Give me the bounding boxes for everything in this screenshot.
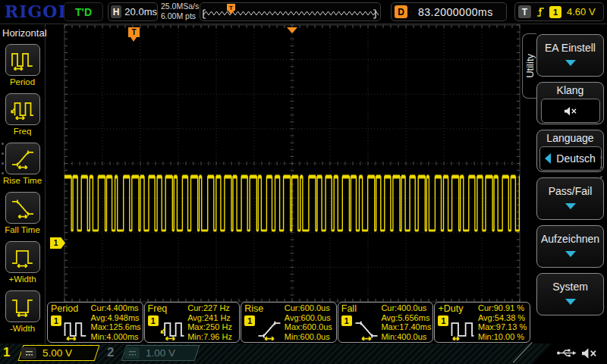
measurement-panel-rise[interactable]: Rise 1 Cur:600.0us Avg:600.0us Max:600.0… [241,302,337,343]
meas-max: Max:600.0us [285,322,335,332]
menu-item-plus-width[interactable]: +Width [0,241,45,284]
menu-button-system[interactable]: System [536,273,604,315]
page-indicator-dot [600,166,602,168]
channel1-scale: 5.00 V [42,347,72,359]
menu-button-pass-fail[interactable]: Pass/Fail [536,177,604,220]
rise-time-icon [254,318,285,340]
delay-offset-box[interactable]: D 83.2000000ms [391,2,507,21]
measurement-panel-duty[interactable]: +Duty 1 Cur:90.91 % Avg:54.38 % Max:97.1… [434,302,530,343]
source-badge: 1 [438,315,448,326]
chevron-down-icon [565,251,576,257]
t-label: T [518,5,531,18]
meas-min: Min:4.000ms [91,332,141,342]
meas-max: Max:125.6ms [91,322,141,332]
source-badge: 1 [244,315,255,326]
channel1-number: 1 [3,345,10,360]
meas-max: Max:17.40ms [381,322,431,332]
plus-duty-icon [448,318,478,340]
d-label: D [395,5,407,18]
meas-cur: Cur:90.91 % [478,303,528,313]
meas-max: Max:97.13 % [478,322,528,332]
fall-time-icon [351,318,382,340]
menu-item-minus-width[interactable]: -Width [0,290,45,333]
svg-text:T: T [229,5,233,11]
measurement-panel-period[interactable]: Period 1 Cur:4.400ms Avg:4.948ms Max:125… [47,302,143,343]
meas-avg: Avg:4.948ms [91,313,141,323]
left-menu-title: Horizontal [2,27,47,39]
freq-icon [158,318,188,340]
h-label: H [111,5,121,18]
usb-icon [556,347,577,359]
channel1-indicator[interactable]: 5.00 V [18,345,100,361]
trigger-level-value: 4.60 V [567,6,596,17]
plus-width-icon [10,246,36,268]
menu-item-freq[interactable]: Freq [0,93,45,136]
chevron-down-icon [565,299,576,305]
meas-min: Min:7.96 Hz [187,332,237,342]
page-indicator-dot [600,176,602,178]
source-badge: 1 [148,315,159,326]
meas-avg: Avg:54.38 % [478,313,528,323]
trigger-source-badge: 1 [549,6,561,18]
chevron-left-icon [545,153,551,164]
memory-depth: 6.00M pts [161,11,199,21]
page-indicator-dot [2,172,4,174]
measurement-panel-fall[interactable]: Fall 1 Cur:400.0us Avg:5.656ms Max:17.40… [338,302,434,343]
meas-cur: Cur:227 Hz [187,303,237,313]
measurement-strip: Period 1 Cur:4.400ms Avg:4.948ms Max:125… [47,302,530,343]
menu-item-period[interactable]: Period [0,44,45,86]
meas-avg: Avg:600.0us [285,313,335,323]
meas-min: Min:400.0us [381,332,431,342]
page-indicator-dot [2,162,4,165]
channel2-scale: 1.00 V [146,347,175,359]
period-icon [61,318,91,340]
trigger-info-box[interactable]: T 1 4.60 V [514,2,604,21]
thumbnail-waveform: T [200,3,380,20]
acquisition-info: 25.0MSa/s 6.00M pts [161,2,199,21]
speaker-muted-icon [580,347,598,360]
trigger-status-badge: T'D [64,2,103,21]
channel2-number: 2 [107,345,114,360]
menu-item-rise-time[interactable]: Rise Time [0,143,45,185]
meas-min: Min:10.00 % [478,332,528,342]
horizontal-timebase-box[interactable]: H 20.0ms [108,2,158,21]
fall-time-icon [10,197,36,218]
delay-value: 83.2000000ms [418,6,493,18]
oscilloscope-screen: T T 1 RIGOL T'D H 20.0ms 25.0MSa/s 6.00M… [0,0,607,364]
source-badge: 1 [51,315,61,326]
menu-button-record[interactable]: Aufzeichnen [536,225,604,268]
menu-button-language[interactable]: Language Deutsch [536,130,604,172]
channel-status-bar: 1 5.00 V 2 1.00 V [0,344,607,364]
waveform-overview-thumbnail[interactable]: T [200,2,381,21]
page-indicator-dot [2,152,4,155]
horizontal-center-marker[interactable] [287,27,297,33]
meas-cur: Cur:400.0us [381,303,431,313]
timebase-value: 20.0ms [124,6,157,17]
rise-time-icon [10,148,36,169]
horizontal-measure-menu: Horizontal Period Freq Rise Time Fall Ti… [0,24,46,344]
minus-width-icon [10,296,36,317]
trigger-status-text: T'D [75,6,92,18]
sample-rate: 25.0MSa/s [161,2,199,11]
language-selector[interactable]: Deutsch [539,146,602,171]
speaker-muted-icon [563,105,577,117]
trigger-edge-icon [536,6,546,17]
utility-menu: Utility EA Einstell Klang Language Deuts… [521,24,607,344]
menu-item-fall-time[interactable]: Fall Time [0,192,45,234]
period-icon [10,49,36,71]
chevron-down-icon [565,60,576,66]
top-status-bar: RIGOL T'D H 20.0ms 25.0MSa/s 6.00M pts T… [0,0,607,24]
trigger-position-flag[interactable]: T [128,27,140,37]
meas-min: Min:600.0us [285,332,335,342]
menu-button-io-setup[interactable]: EA Einstell [536,34,604,77]
measurement-panel-freq[interactable]: Freq 1 Cur:227 Hz Avg:241 Hz Max:250 Hz … [144,302,241,343]
meas-avg: Avg:241 Hz [187,313,237,323]
menu-button-sound[interactable]: Klang [536,82,604,124]
sound-toggle-button[interactable] [541,99,600,123]
rigol-logo: RIGOL [5,2,71,21]
chevron-down-icon [565,203,576,209]
dc-coupling-icon [21,347,36,359]
meas-cur: Cur:600.0us [285,303,335,313]
channel2-indicator[interactable]: 1.00 V [121,345,200,361]
meas-avg: Avg:5.656ms [381,313,431,323]
